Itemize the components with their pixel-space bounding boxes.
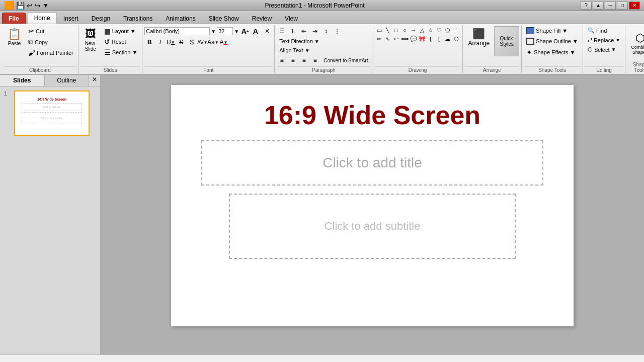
shape-rect2[interactable]: □: [392, 26, 400, 34]
tab-insert[interactable]: Insert: [57, 13, 85, 24]
shape-rect[interactable]: ▭: [375, 26, 383, 34]
shape-bend[interactable]: ↩: [392, 35, 400, 43]
increase-indent-button[interactable]: ⇥: [310, 26, 320, 36]
editing-section: 🔍 Find ⇄ Replace ▼ ⬡ Select ▼ Editing: [583, 25, 625, 73]
sidebar-tab-slides[interactable]: Slides: [0, 75, 45, 86]
shape-dbl-arrow[interactable]: ⟺: [401, 35, 409, 43]
sidebar-close-button[interactable]: ✕: [89, 75, 100, 86]
shape-ribbon[interactable]: 🎀: [418, 35, 426, 43]
shape-heart[interactable]: ♡: [435, 26, 443, 34]
shape-more[interactable]: ⋮: [452, 26, 460, 34]
align-text-button[interactable]: Align Text ▼: [277, 46, 312, 54]
font-section: ▼ ▼ A+ A- ✕ B I U▼ S S: [142, 25, 275, 73]
find-button[interactable]: 🔍 Find: [585, 26, 609, 35]
char-spacing-button[interactable]: AV▼: [197, 37, 207, 47]
font-face-arrow[interactable]: ▼: [211, 29, 216, 34]
decrease-font-button[interactable]: A-: [251, 26, 261, 36]
shape-outline-label: Shape Outline ▼: [536, 38, 578, 44]
justify-button[interactable]: ≡: [310, 55, 320, 65]
sidebar-tabs: Slides Outline ✕: [0, 75, 100, 86]
underline-button[interactable]: U▼: [166, 37, 176, 47]
title-placeholder[interactable]: Click to add title: [201, 140, 543, 186]
clear-format-button[interactable]: ✕: [262, 26, 272, 36]
text-direction-button[interactable]: Text Direction ▼: [277, 37, 322, 45]
slide-main-title[interactable]: 16:9 Wide Screen: [181, 100, 564, 130]
new-slide-button[interactable]: 🖼 NewSlide: [80, 26, 101, 53]
shape-brace[interactable]: {: [427, 35, 435, 43]
shape-fill-button[interactable]: Shape Fill ▼: [524, 26, 570, 35]
font-face-input[interactable]: [144, 27, 210, 35]
maximize-btn[interactable]: □: [617, 2, 628, 10]
shape-effects-button[interactable]: ✦ Shape Effects ▼: [524, 47, 578, 57]
slide-thumbnail-1[interactable]: 16:9 Wide Screen Click to add title Clic…: [14, 90, 90, 136]
layout-button[interactable]: ▦ Layout ▼: [102, 26, 140, 36]
shape-pentagon[interactable]: ⬠: [444, 26, 452, 34]
quick-save[interactable]: 💾: [16, 2, 25, 10]
tab-review[interactable]: Review: [246, 13, 278, 24]
shape-cloud[interactable]: ☁: [444, 35, 452, 43]
shape-arrow[interactable]: →: [410, 26, 418, 34]
tab-slideshow[interactable]: Slide Show: [202, 13, 246, 24]
reset-button[interactable]: ↺ Reset: [102, 37, 140, 47]
shape-expand[interactable]: ⬡: [452, 35, 460, 43]
shape-curve[interactable]: ∿: [384, 35, 392, 43]
convert-smartart-button[interactable]: Convert to SmartArt: [321, 57, 370, 64]
sidebar-tab-outline[interactable]: Outline: [45, 75, 90, 86]
quick-customize[interactable]: ▼: [43, 2, 49, 9]
help-btn[interactable]: ?: [581, 2, 592, 10]
shape-star[interactable]: ☆: [427, 26, 435, 34]
paste-button[interactable]: 📋 Paste: [4, 26, 25, 48]
align-left-button[interactable]: ≡: [277, 55, 287, 65]
title-bar: 🟧 💾 ↩ ↪ ▼ Presentation1 - Microsoft Powe…: [0, 0, 644, 11]
columns-button[interactable]: ⋮: [332, 26, 342, 36]
increase-font-button[interactable]: A+: [240, 26, 250, 36]
tab-view[interactable]: View: [278, 13, 304, 24]
shape-freeform[interactable]: ✏: [375, 35, 383, 43]
quick-styles-button[interactable]: QuickStyles: [494, 26, 519, 56]
tab-file[interactable]: File: [2, 13, 26, 24]
shape-triangle[interactable]: △: [418, 26, 426, 34]
sidebar: Slides Outline ✕ 1 16:9 Wide Screen Clic…: [0, 75, 101, 354]
numbering-button[interactable]: ⒈: [288, 26, 298, 36]
font-size-arrow[interactable]: ▼: [234, 29, 239, 34]
minimize-btn[interactable]: ─: [605, 2, 616, 10]
bullets-button[interactable]: ☰: [277, 26, 287, 36]
copy-button[interactable]: ⧉ Copy: [26, 37, 76, 47]
tab-design[interactable]: Design: [85, 13, 117, 24]
shadow-button[interactable]: S: [187, 37, 197, 47]
combine-shapes-button[interactable]: ⬡ Combine Shapes: [627, 30, 644, 56]
shapes-grid: ▭ ╲ □ ○ → △ ☆ ♡ ⬠ ⋮ ✏ ∿ ↩ ⟺ 💬: [375, 26, 460, 43]
line-spacing-button[interactable]: ↕: [321, 26, 331, 36]
replace-button[interactable]: ⇄ Replace ▼: [585, 36, 623, 44]
format-painter-button[interactable]: 🖌 Format Painter: [26, 48, 76, 58]
ribbon-toggle[interactable]: ▲: [593, 2, 604, 10]
drawing-section: ▭ ╲ □ ○ → △ ☆ ♡ ⬠ ⋮ ✏ ∿ ↩ ⟺ 💬: [373, 25, 463, 73]
select-button[interactable]: ⬡ Select ▼: [585, 45, 618, 54]
close-btn[interactable]: ✕: [629, 2, 640, 10]
app-icon: 🟧: [4, 1, 14, 10]
tab-home[interactable]: Home: [28, 13, 57, 24]
bold-button[interactable]: B: [144, 37, 154, 47]
change-case-button[interactable]: Aa▼: [208, 37, 218, 47]
shape-callout[interactable]: 💬: [410, 35, 418, 43]
font-size-input[interactable]: [217, 27, 233, 35]
shape-circle[interactable]: ○: [401, 26, 409, 34]
tab-transitions[interactable]: Transitions: [117, 13, 159, 24]
cut-button[interactable]: ✂ Cut: [26, 26, 76, 36]
shape-bracket[interactable]: [: [435, 35, 443, 43]
quick-redo[interactable]: ↪: [35, 2, 41, 10]
arrange-button[interactable]: ⬛ Arrange: [465, 26, 494, 48]
notes-area[interactable]: Click to add notes: [0, 354, 644, 362]
font-color-button[interactable]: A▼: [218, 37, 228, 47]
italic-button[interactable]: I: [155, 37, 165, 47]
section-button[interactable]: ☰ Section ▼: [102, 47, 140, 57]
strikethrough-button[interactable]: S: [176, 37, 186, 47]
align-right-button[interactable]: ≡: [299, 55, 309, 65]
tab-animations[interactable]: Animations: [159, 13, 202, 24]
shape-line[interactable]: ╲: [384, 26, 392, 34]
quick-undo[interactable]: ↩: [27, 2, 33, 10]
align-center-button[interactable]: ≡: [288, 55, 298, 65]
subtitle-placeholder[interactable]: Click to add subtitle: [229, 194, 516, 259]
decrease-indent-button[interactable]: ⇤: [299, 26, 309, 36]
shape-outline-button[interactable]: Shape Outline ▼: [524, 37, 581, 46]
